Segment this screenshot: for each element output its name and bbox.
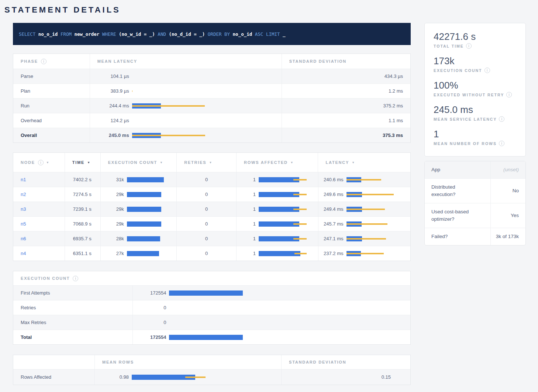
latency-value: 249.4 ms — [321, 206, 344, 212]
column-header-node[interactable]: NODE i ▼ — [13, 153, 65, 172]
count-value: 0 — [134, 320, 166, 325]
std-dev-value: 1.2 ms — [282, 84, 410, 98]
mean-rows-value: 0.98 — [97, 374, 129, 380]
rows-affected-value: 1 — [239, 236, 256, 241]
latency-value: 247.1 ms — [321, 236, 344, 241]
retries-value: 0 — [176, 217, 236, 231]
retries-value: 0 — [176, 246, 236, 261]
info-icon[interactable]: i — [38, 160, 44, 165]
stat-mean-number-of-rows: 1 MEAN NUMBER OF ROWSi — [434, 128, 517, 146]
time-value: 7068.9 s — [65, 217, 100, 231]
std-dev-value: 375.2 ms — [282, 99, 410, 113]
mean-latency-value: 124.2 µs — [97, 118, 129, 123]
info-icon[interactable]: i — [506, 92, 512, 97]
node-table: NODE i ▼ TIME ▼ EXECUTION COUNT ▼ RETRIE… — [13, 152, 411, 261]
sql-keyword: ORDER BY — [208, 31, 230, 37]
node-link[interactable]: n5 — [21, 221, 26, 227]
rows-affected-bar — [259, 251, 307, 256]
attribute-value: Yes — [490, 203, 525, 228]
column-header-mean-latency: MEAN LATENCY — [90, 54, 282, 69]
latency-value: 237.2 ms — [321, 251, 344, 256]
column-header-phase: PHASE i — [13, 54, 90, 69]
count-bar — [169, 320, 243, 325]
sql-identifier: new_order — [75, 31, 100, 37]
node-link[interactable]: n2 — [21, 192, 26, 197]
info-icon[interactable]: i — [73, 276, 78, 281]
stat-execution-count: 173k EXECUTION COUNTi — [434, 55, 517, 73]
rows-affected-value: 1 — [239, 192, 256, 197]
std-dev-value: 434.3 µs — [282, 69, 410, 83]
attribute-value: (unset) — [490, 161, 525, 178]
count-value: 0 — [134, 305, 166, 310]
info-icon[interactable]: i — [41, 59, 46, 64]
sql-statement: SELECT no_o_id FROM new_order WHERE (no_… — [13, 23, 411, 45]
std-dev-value: 1.1 ms — [282, 113, 410, 128]
column-header-execution-count[interactable]: EXECUTION COUNT ▼ — [100, 153, 177, 172]
node-row: n1 7402.2 s 31k 0 1 — [13, 172, 410, 187]
latency-bar — [132, 74, 205, 79]
phase-table: PHASE i MEAN LATENCY STANDARD DEVIATION … — [13, 54, 411, 143]
info-icon[interactable]: i — [466, 43, 472, 49]
retries-value: 0 — [176, 202, 236, 216]
attribute-row-failed: Failed? 3k of 173k — [425, 228, 525, 245]
sql-identifier: no_o_id — [233, 31, 252, 37]
column-header-latency[interactable]: LATENCY ▼ — [318, 153, 410, 172]
sort-desc-icon[interactable]: ▼ — [290, 161, 293, 164]
exec-count-value: 29k — [104, 206, 124, 212]
rows-affected-bar — [259, 236, 307, 241]
node-row: n5 7068.9 s 29k 0 1 — [13, 216, 410, 231]
info-icon[interactable]: i — [499, 141, 504, 146]
rows-affected-value: 1 — [239, 221, 256, 227]
latency-bar — [132, 89, 205, 94]
column-header-standard-deviation: STANDARD DEVIATION — [281, 355, 398, 369]
info-icon[interactable]: i — [499, 116, 504, 122]
summary-stats-card: 42271.6 s TOTAL TIMEi 173k EXECUTION COU… — [424, 23, 526, 157]
latency-bar — [132, 133, 205, 138]
row-label: Total — [13, 330, 132, 344]
table-row: Max Retries 0 — [13, 315, 410, 330]
column-header-rows-affected[interactable]: ROWS AFFECTED ▼ — [236, 153, 318, 172]
time-value: 7402.2 s — [65, 172, 100, 187]
node-row: n2 7274.5 s 29k 0 1 — [13, 187, 410, 202]
sort-desc-icon[interactable]: ▼ — [87, 161, 90, 164]
table-row: Rows Affected 0.98 0.15 — [13, 369, 410, 385]
rows-affected-bar — [259, 221, 307, 227]
mean-latency-value: 383.9 µs — [97, 88, 129, 94]
column-header-time[interactable]: TIME ▼ — [65, 153, 100, 172]
page-title: STATEMENT DETAILS — [4, 5, 538, 15]
sql-keyword: FROM — [61, 31, 72, 37]
count-value: 172554 — [134, 290, 166, 296]
sql-keyword: ASC LIMIT — [255, 31, 280, 37]
mean-latency-value: 244.4 ms — [97, 103, 129, 109]
node-link[interactable]: n4 — [21, 251, 26, 256]
sql-keyword: SELECT — [19, 31, 35, 37]
sort-desc-icon[interactable]: ▼ — [352, 161, 355, 164]
latency-bar — [346, 236, 394, 241]
column-header-mean-rows: MEAN ROWS — [94, 355, 281, 369]
sql-identifier: _ — [283, 31, 286, 37]
attribute-row-distributed-execution: Distributed execution? No — [425, 178, 525, 203]
exec-count-bar — [127, 221, 164, 227]
std-dev-value: 375.3 ms — [282, 128, 410, 142]
node-link[interactable]: n6 — [21, 236, 26, 241]
rows-affected-value: 1 — [239, 206, 256, 212]
table-row: Run 244.4 ms 375.2 ms — [13, 98, 410, 113]
latency-bar — [346, 177, 394, 182]
time-value: 7239.1 s — [65, 202, 100, 216]
phase-label: Run — [13, 99, 90, 113]
node-link[interactable]: n3 — [21, 206, 26, 212]
sort-desc-icon[interactable]: ▼ — [209, 161, 212, 164]
rows-affected-value: 1 — [239, 177, 256, 182]
sort-desc-icon[interactable]: ▼ — [46, 161, 49, 164]
table-row: First Attempts 172554 — [13, 285, 410, 300]
table-row: Overall 245.0 ms 375.3 ms — [13, 128, 410, 142]
info-icon[interactable]: i — [484, 68, 490, 73]
node-link[interactable]: n1 — [21, 177, 26, 182]
rows-affected-bar — [259, 207, 307, 212]
stat-total-time: 42271.6 s TOTAL TIMEi — [434, 31, 517, 49]
std-dev-value: 0.15 — [281, 369, 398, 385]
column-header-retries[interactable]: RETRIES ▼ — [176, 153, 236, 172]
node-row: n3 7239.1 s 29k 0 1 — [13, 202, 410, 216]
sort-desc-icon[interactable]: ▼ — [160, 161, 163, 164]
exec-count-bar — [127, 177, 164, 182]
